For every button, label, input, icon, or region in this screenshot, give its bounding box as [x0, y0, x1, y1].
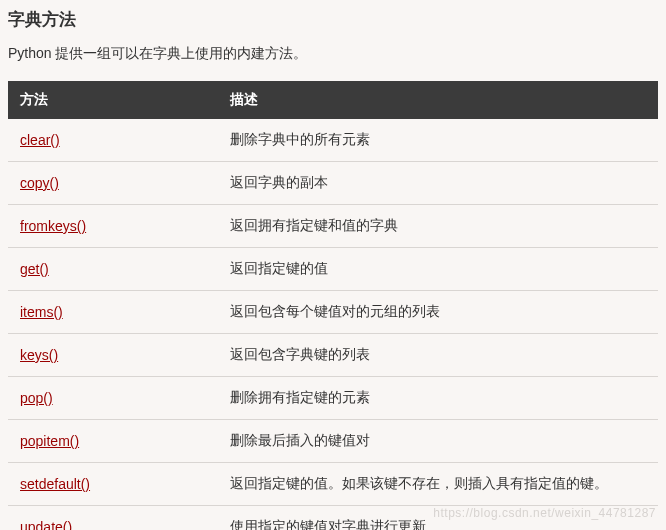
intro-paragraph: Python 提供一组可以在字典上使用的内建方法。: [8, 45, 658, 63]
method-link[interactable]: keys(): [20, 347, 58, 363]
method-cell: popitem(): [8, 420, 218, 463]
methods-table: 方法 描述 clear()删除字典中的所有元素copy()返回字典的副本from…: [8, 81, 658, 530]
table-row: update()使用指定的键值对字典进行更新: [8, 506, 658, 531]
method-cell: copy(): [8, 162, 218, 205]
table-row: copy()返回字典的副本: [8, 162, 658, 205]
content-container: 字典方法 Python 提供一组可以在字典上使用的内建方法。 方法 描述 cle…: [0, 0, 666, 530]
method-cell: pop(): [8, 377, 218, 420]
table-row: items()返回包含每个键值对的元组的列表: [8, 291, 658, 334]
description-cell: 返回包含字典键的列表: [218, 334, 658, 377]
col-header-method: 方法: [8, 81, 218, 119]
table-row: keys()返回包含字典键的列表: [8, 334, 658, 377]
table-row: fromkeys()返回拥有指定键和值的字典: [8, 205, 658, 248]
method-link[interactable]: pop(): [20, 390, 53, 406]
table-row: setdefault()返回指定键的值。如果该键不存在，则插入具有指定值的键。: [8, 463, 658, 506]
method-link[interactable]: update(): [20, 519, 72, 530]
table-row: popitem()删除最后插入的键值对: [8, 420, 658, 463]
description-cell: 删除最后插入的键值对: [218, 420, 658, 463]
method-link[interactable]: get(): [20, 261, 49, 277]
page-title: 字典方法: [8, 8, 658, 31]
method-link[interactable]: fromkeys(): [20, 218, 86, 234]
col-header-description: 描述: [218, 81, 658, 119]
method-link[interactable]: copy(): [20, 175, 59, 191]
method-cell: setdefault(): [8, 463, 218, 506]
table-body: clear()删除字典中的所有元素copy()返回字典的副本fromkeys()…: [8, 119, 658, 530]
table-row: clear()删除字典中的所有元素: [8, 119, 658, 162]
method-link[interactable]: popitem(): [20, 433, 79, 449]
method-cell: keys(): [8, 334, 218, 377]
method-link[interactable]: setdefault(): [20, 476, 90, 492]
table-header-row: 方法 描述: [8, 81, 658, 119]
method-link[interactable]: items(): [20, 304, 63, 320]
description-cell: 删除拥有指定键的元素: [218, 377, 658, 420]
method-cell: update(): [8, 506, 218, 531]
description-cell: 返回指定键的值。如果该键不存在，则插入具有指定值的键。: [218, 463, 658, 506]
description-cell: 返回包含每个键值对的元组的列表: [218, 291, 658, 334]
description-cell: 删除字典中的所有元素: [218, 119, 658, 162]
description-cell: 返回字典的副本: [218, 162, 658, 205]
table-row: get()返回指定键的值: [8, 248, 658, 291]
table-row: pop()删除拥有指定键的元素: [8, 377, 658, 420]
method-cell: fromkeys(): [8, 205, 218, 248]
method-cell: get(): [8, 248, 218, 291]
method-link[interactable]: clear(): [20, 132, 60, 148]
method-cell: items(): [8, 291, 218, 334]
description-cell: 返回指定键的值: [218, 248, 658, 291]
description-cell: 使用指定的键值对字典进行更新: [218, 506, 658, 531]
description-cell: 返回拥有指定键和值的字典: [218, 205, 658, 248]
method-cell: clear(): [8, 119, 218, 162]
